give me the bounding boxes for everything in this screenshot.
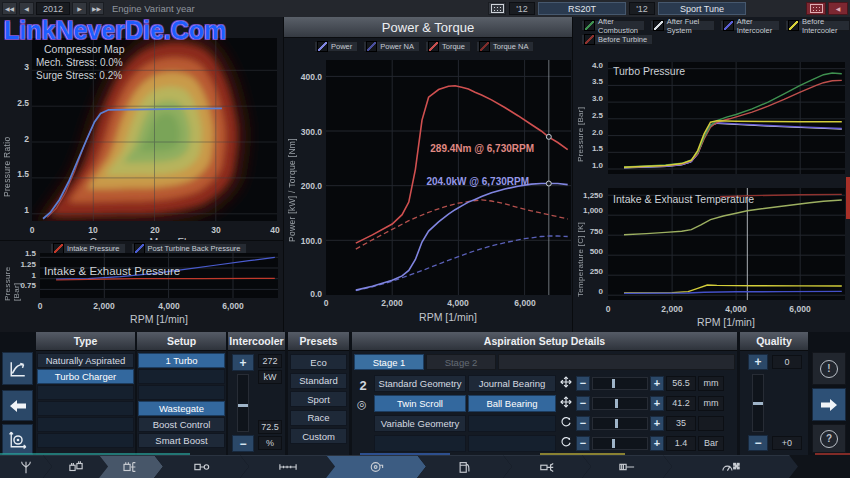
type-naturally-aspirated[interactable]: Naturally Aspirated	[37, 353, 134, 368]
decrease-button[interactable]: −	[576, 396, 590, 411]
setup-1-turbo[interactable]: 1 Turbo	[138, 353, 225, 368]
bearing-journal[interactable]: Journal Bearing	[468, 375, 556, 392]
tab-stage-1[interactable]: Stage 1	[354, 354, 424, 370]
legend-power-na[interactable]: Power NA	[363, 41, 420, 52]
legend-before-turbine[interactable]: Before Turbine	[581, 34, 653, 45]
preset-standard[interactable]: Standard	[290, 373, 347, 389]
slider-handle[interactable]	[615, 399, 618, 408]
legend-torque[interactable]: Torque	[425, 41, 471, 52]
increase-button[interactable]: +	[650, 416, 664, 431]
increase-button[interactable]: +	[650, 376, 664, 391]
slider-handle[interactable]	[615, 419, 618, 428]
increase-button[interactable]: +	[650, 396, 664, 411]
slider-handle[interactable]	[612, 439, 615, 448]
legend-after-fuel-system[interactable]: After Fuel System	[650, 20, 715, 31]
setup-empty-row	[138, 369, 225, 384]
quality-slider[interactable]	[752, 374, 764, 432]
intercooler-column: Intercooler + − 272 kW 72.5 %	[228, 332, 285, 455]
keyboard-icon	[491, 4, 504, 13]
toolbar-cooling[interactable]	[582, 455, 672, 478]
warnings-button[interactable]: !	[812, 352, 846, 385]
intercooler-slider-handle[interactable]	[238, 404, 248, 407]
intercooler-decrease-button[interactable]: −	[232, 435, 254, 452]
toolbar-results[interactable]	[663, 455, 798, 478]
toolbar-exhaust[interactable]	[503, 455, 591, 478]
decrease-button[interactable]: −	[576, 416, 590, 431]
year-prev-button[interactable]: ◀	[19, 2, 34, 15]
setup-boost-control[interactable]: Boost Control	[138, 417, 225, 432]
geometry-variable[interactable]: Variable Geometry	[374, 415, 466, 432]
preset-eco[interactable]: Eco	[290, 354, 347, 370]
detail-row: − + 1.4 Bar	[374, 434, 724, 452]
gauge-flag-icon	[722, 461, 740, 473]
decrease-button[interactable]: −	[576, 376, 590, 391]
turbo-count-badge: 2	[354, 378, 372, 393]
setup-smart-boost[interactable]: Smart Boost	[138, 433, 225, 448]
rename-family-button[interactable]	[488, 2, 506, 15]
toolbar-engine-family[interactable]	[43, 455, 108, 478]
next-step-button[interactable]	[812, 388, 846, 421]
preset-custom[interactable]: Custom	[290, 428, 347, 444]
aspiration-legend-row1: After Combustion After Fuel System After…	[581, 20, 850, 31]
row-value: 56.5	[666, 376, 696, 391]
toolbar-engine-select[interactable]	[0, 455, 52, 478]
preset-race[interactable]: Race	[290, 410, 347, 426]
left-arrow-icon: ◀	[836, 5, 841, 12]
turbo-graph-button[interactable]	[2, 424, 33, 455]
increase-button[interactable]: +	[650, 436, 664, 451]
legend-power[interactable]: Power	[314, 41, 358, 52]
year-first-button[interactable]: ◀◀	[2, 2, 17, 15]
boost-slider[interactable]	[592, 437, 648, 450]
intercooler-header: Intercooler	[228, 332, 285, 351]
detail-row: Variable Geometry − + 35	[374, 414, 724, 432]
quality-header: Quality	[740, 332, 808, 351]
variant-name-button[interactable]: Sport Tune	[658, 2, 746, 15]
quality-decrease-button[interactable]: −	[748, 435, 768, 451]
toolbar-aspiration[interactable]	[326, 455, 426, 478]
slider-handle[interactable]	[612, 379, 615, 388]
x-tick: 2,000	[93, 301, 114, 311]
toolbar-bottom-end[interactable]	[154, 455, 249, 478]
line-sample-icon	[584, 34, 595, 45]
rename-variant-button[interactable]	[806, 2, 826, 15]
setup-wastegate[interactable]: Wastegate	[138, 401, 225, 416]
toolbar-top-end[interactable]	[240, 455, 335, 478]
geometry-twin-scroll[interactable]: Twin Scroll	[374, 395, 466, 412]
size-slider[interactable]	[592, 397, 648, 410]
y-tick: 300.0	[296, 127, 322, 137]
back-arrow-button[interactable]	[2, 390, 33, 421]
presets-column: Presets Eco Standard Sport Race Custom	[288, 332, 349, 455]
bearing-ball[interactable]: Ball Bearing	[468, 395, 556, 412]
year-next-button[interactable]: ▶	[72, 2, 87, 15]
quality-slider-handle[interactable]	[753, 402, 763, 405]
legend-after-combustion[interactable]: After Combustion	[581, 20, 645, 31]
legend-before-intercooler[interactable]: Before Intercooler	[785, 20, 850, 31]
surge-stress-label: Surge Stress: 0.2%	[36, 70, 122, 81]
intercooler-slider[interactable]	[237, 374, 249, 432]
curve-chart-icon	[9, 360, 27, 378]
intercooler-increase-button[interactable]: +	[232, 354, 254, 371]
help-button[interactable]: ?	[812, 424, 846, 453]
rotate-icon	[558, 434, 574, 452]
geometry-standard[interactable]: Standard Geometry	[374, 375, 466, 392]
size-slider[interactable]	[592, 377, 648, 390]
year-value: 2012	[36, 2, 70, 15]
tab-stage-2[interactable]: Stage 2	[426, 354, 496, 370]
show-curves-button[interactable]	[2, 352, 33, 385]
preset-sport[interactable]: Sport	[290, 391, 347, 407]
legend-torque-na[interactable]: Torque NA	[476, 41, 534, 52]
family-name-button[interactable]: RS20T	[538, 2, 626, 15]
quality-increase-button[interactable]: +	[748, 354, 768, 370]
compressor-column: LinkNeverDie.Com Compressor Map Mech. St…	[0, 17, 283, 332]
legend-after-intercooler[interactable]: After Intercooler	[720, 20, 780, 31]
year-last-button[interactable]: ▶▶	[89, 2, 104, 15]
type-turbo-charger[interactable]: Turbo Charger	[37, 369, 134, 384]
decrease-button[interactable]: −	[576, 436, 590, 451]
torque-marker	[546, 134, 551, 139]
size-slider[interactable]	[592, 417, 648, 430]
x-tick: 0	[324, 298, 329, 308]
toolbar-fuel-system[interactable]	[417, 455, 512, 478]
back-button[interactable]: ◀	[828, 2, 848, 15]
toolbar-engine-variant[interactable]	[99, 455, 163, 478]
engine-designer-toolbar	[0, 455, 850, 478]
